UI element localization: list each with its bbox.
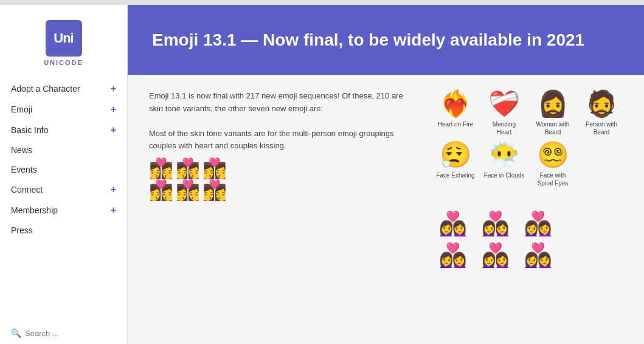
emoji-item-face-clouds: 😶‍🌫️ Face in Clouds [483,141,525,187]
main-content: Emoji 13.1 — Now final, to be widely ava… [128,5,644,344]
expand-icon: + [111,184,116,195]
logo-area: Uni UNICODE [0,11,127,78]
sidebar-item-press[interactable]: Press [0,221,127,240]
sidebar-item-membership[interactable]: Membership + [0,200,127,221]
emoji-item-exhaling: 😮‍💨 Face Exhaling [434,141,477,187]
sidebar-item-label: Events [11,165,37,174]
emoji-item-mending-heart: ❤️‍🩹 MendingHeart [483,90,525,136]
emoji-glyph: 😶‍🌫️ [488,141,520,169]
emoji-label: Face Exhaling [436,171,474,179]
intro-text: Emoji 13.1 is now final with 217 new emo… [149,90,404,115]
couple-emoji: 👩‍❤️‍💋‍👩 [149,159,173,178]
emoji-label: Heart on Fire [438,120,473,128]
couples-row-2: 👩‍❤️‍💋‍👩 👩‍❤️‍💋‍👩 👩‍❤️‍💋‍👩 [149,181,404,200]
logo-box: Uni [46,20,82,57]
couples-right-section: 👩‍❤️‍👩 👩‍❤️‍👩 👩‍❤️‍👩 👩‍❤️‍👩 [434,210,556,273]
couple-item: 👩‍❤️‍👩 [477,210,513,237]
couples-emoji-row-1: 👩‍❤️‍👩 👩‍❤️‍👩 👩‍❤️‍👩 [434,210,556,237]
sidebar-item-label: Basic Info [11,125,48,135]
sidebar-item-basic-info[interactable]: Basic Info + [0,120,127,140]
emoji-label: Face withSpiral Eyes [538,171,569,187]
sidebar-item-label: News [11,145,32,155]
hero-title: Emoji 13.1 — Now final, to be widely ava… [152,30,584,50]
top-bar [0,0,644,5]
couple-emoji: 👩‍❤️‍💋‍👩 [203,181,227,200]
emoji-glyph: ❤️‍🩹 [488,90,520,118]
emoji-item-person-beard: 🧔 Person withBeard [580,90,623,136]
couple-glyph: 👩‍❤️‍👩 [481,242,510,269]
emoji-glyph: 🧔 [586,90,617,118]
emoji-item-woman-beard: 🧔‍♀️ Woman withBeard [531,90,574,136]
hero-banner: Emoji 13.1 — Now final, to be widely ava… [128,5,644,75]
emoji-label: Woman withBeard [536,120,570,136]
emoji-item-heart-on-fire: ❤️‍🔥 Heart on Fire [434,90,477,136]
sidebar: Uni UNICODE Adopt a Character + Emoji + … [0,5,128,344]
couple-emoji: 👩‍❤️‍💋‍👩 [176,181,200,200]
emoji-label: MendingHeart [493,120,516,136]
couple-glyph: 👩‍❤️‍👩 [524,210,552,237]
sidebar-item-news[interactable]: News [0,140,127,160]
sidebar-item-events[interactable]: Events [0,160,127,179]
couple-item: 👩‍❤️‍👩 [434,242,471,269]
sidebar-item-label: Press [11,225,33,235]
logo-subtext: UNICODE [44,59,83,66]
expand-icon: + [111,125,116,136]
search-input[interactable] [25,329,110,338]
emoji-item-spiral-eyes: 😵‍💫 Face withSpiral Eyes [531,141,574,187]
couple-glyph: 👩‍❤️‍👩 [481,210,510,237]
secondary-text: Most of the skin tone variants are for t… [149,128,404,201]
couple-emoji: 👩‍❤️‍💋‍👩 [203,159,227,178]
expand-icon: + [111,104,116,115]
couple-glyph: 👩‍❤️‍👩 [524,242,552,269]
sidebar-item-label: Membership [11,205,58,215]
emoji-display-section: ❤️‍🔥 Heart on Fire ❤️‍🩹 MendingHeart 🧔‍♀… [434,90,623,273]
emoji-label: Person withBeard [586,120,617,136]
sidebar-item-label: Adopt a Character [11,84,80,94]
couple-item: 👩‍❤️‍👩 [519,242,556,269]
emoji-glyph: 🧔‍♀️ [537,90,569,118]
couple-emoji: 👩‍❤️‍💋‍👩 [149,181,173,200]
search-area: 🔍 [0,322,127,344]
search-icon: 🔍 [11,328,21,338]
expand-icon: + [111,83,116,94]
emoji-label: Face in Clouds [484,171,525,179]
logo-letters: Uni [54,30,73,46]
sidebar-item-connect[interactable]: Connect + [0,179,127,200]
couple-item: 👩‍❤️‍👩 [519,210,556,237]
couple-item: 👩‍❤️‍👩 [477,242,513,269]
sidebar-item-label: Emoji [11,105,32,114]
sidebar-item-label: Connect [11,185,43,194]
content-area: Emoji 13.1 is now final with 217 new emo… [128,75,644,289]
couple-item: 👩‍❤️‍👩 [434,210,471,237]
couple-emoji: 👩‍❤️‍💋‍👩 [176,159,200,178]
couples-section: 👩‍❤️‍💋‍👩 👩‍❤️‍💋‍👩 👩‍❤️‍💋‍👩 👩‍❤️‍💋‍👩 👩‍❤️… [149,159,404,200]
emoji-glyph: 😮‍💨 [440,141,471,169]
sidebar-item-adopt[interactable]: Adopt a Character + [0,78,127,99]
couples-emoji-row-2: 👩‍❤️‍👩 👩‍❤️‍👩 👩‍❤️‍👩 [434,242,556,269]
text-section: Emoji 13.1 is now final with 217 new emo… [149,90,416,273]
expand-icon: + [111,205,116,216]
emoji-glyph: 😵‍💫 [537,141,569,169]
emoji-glyph: ❤️‍🔥 [440,90,471,118]
sidebar-item-emoji[interactable]: Emoji + [0,99,127,120]
couple-glyph: 👩‍❤️‍👩 [438,210,467,237]
couple-glyph: 👩‍❤️‍👩 [438,242,467,269]
emoji-row-2: 😮‍💨 Face Exhaling 😶‍🌫️ Face in Clouds 😵‍… [434,141,574,187]
emoji-row-1: ❤️‍🔥 Heart on Fire ❤️‍🩹 MendingHeart 🧔‍♀… [434,90,623,136]
couples-row-1: 👩‍❤️‍💋‍👩 👩‍❤️‍💋‍👩 👩‍❤️‍💋‍👩 [149,159,404,178]
